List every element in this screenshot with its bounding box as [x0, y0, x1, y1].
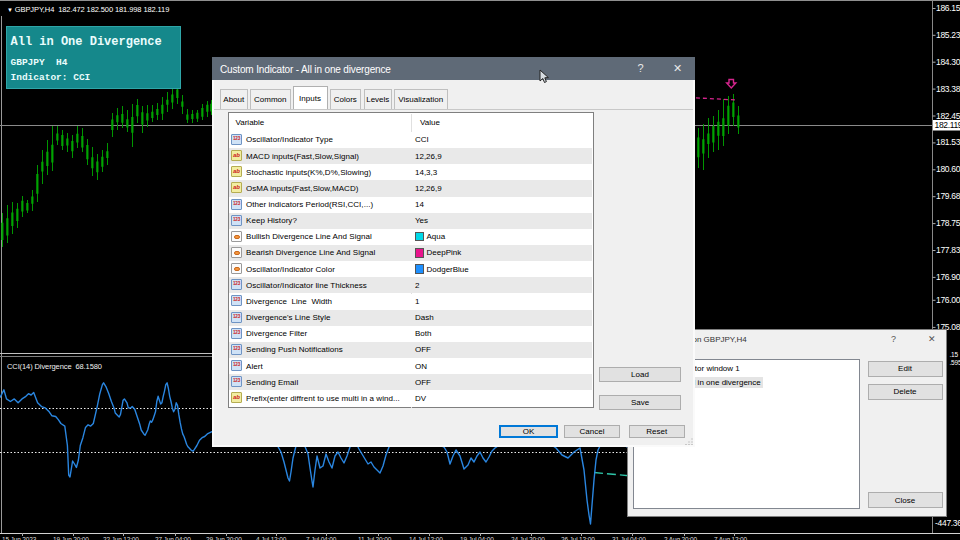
svg-text:176.90: 176.90 [936, 272, 960, 282]
svg-text:182.45: 182.45 [936, 111, 960, 121]
svg-text:11 Jul 20:00: 11 Jul 20:00 [358, 536, 392, 540]
svg-text:7 Jul 04:00: 7 Jul 04:00 [306, 536, 337, 540]
svg-text:4 Jul 12:00: 4 Jul 12:00 [256, 536, 287, 540]
svg-text:182.119: 182.119 [935, 120, 960, 130]
svg-text:-447.36: -447.36 [935, 518, 960, 528]
svg-text:26 Jul 12:00: 26 Jul 12:00 [561, 536, 595, 540]
svg-text:177.83: 177.83 [936, 245, 960, 255]
svg-text:179.68: 179.68 [936, 191, 960, 201]
svg-text:7 Aug 12:00: 7 Aug 12:00 [714, 536, 748, 540]
svg-text:14 Jul 12:00: 14 Jul 12:00 [409, 536, 443, 540]
svg-text:183.38: 183.38 [936, 84, 960, 94]
svg-text:185.23: 185.23 [936, 30, 960, 40]
svg-text:180.60: 180.60 [936, 164, 960, 174]
svg-text:24 Jul 20:00: 24 Jul 20:00 [511, 536, 545, 540]
svg-text:176.00: 176.00 [936, 295, 960, 305]
svg-text:27 Jun 04:00: 27 Jun 04:00 [155, 536, 191, 540]
svg-text:19 Jul 04:00: 19 Jul 04:00 [460, 536, 494, 540]
svg-text:178.75: 178.75 [936, 218, 960, 228]
svg-text:31 Jul 04:00: 31 Jul 04:00 [612, 536, 646, 540]
svg-text:22 Jun 12:00: 22 Jun 12:00 [103, 536, 139, 540]
svg-text:15 Jun 2023: 15 Jun 2023 [2, 536, 37, 540]
svg-text:2 Aug 20:00: 2 Aug 20:00 [664, 536, 698, 540]
svg-text:184.30: 184.30 [936, 57, 960, 67]
svg-text:19 Jun 20:00: 19 Jun 20:00 [53, 536, 89, 540]
svg-text:29 Jun 20:00: 29 Jun 20:00 [206, 536, 242, 540]
svg-text:181.53: 181.53 [936, 137, 960, 147]
svg-text:CCI(14) Divergence 68.1580: CCI(14) Divergence 68.1580 [7, 362, 102, 371]
svg-text:186.15: 186.15 [936, 3, 960, 13]
